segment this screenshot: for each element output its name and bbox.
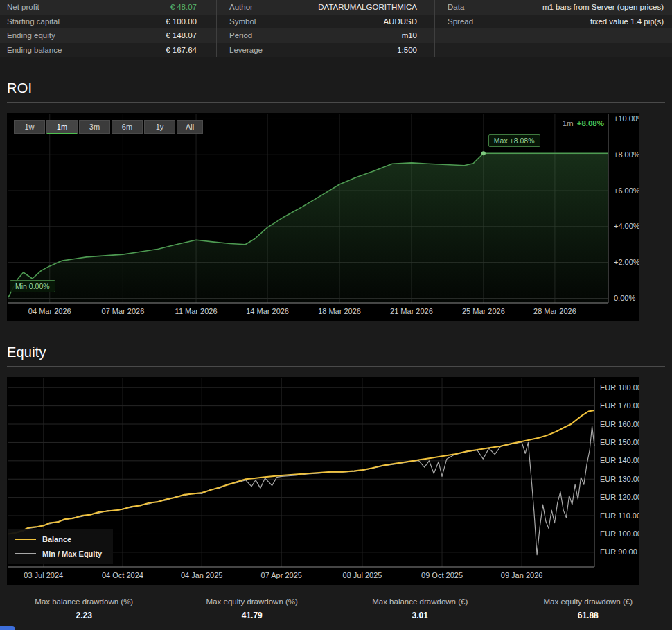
ending-equity-cell: Ending equity € 148.07 (0, 28, 216, 43)
y-axis-labels: EUR 180.00EUR 170.00EUR 160.00EUR 150.00… (600, 383, 639, 557)
spread-label: Spread (448, 17, 473, 26)
svg-text:11 Mar 2026: 11 Mar 2026 (175, 307, 218, 315)
svg-text:25 Mar 2026: 25 Mar 2026 (462, 307, 505, 315)
roi-section-title: ROI (7, 80, 665, 96)
svg-text:+2.00%: +2.00% (614, 258, 639, 266)
divider (7, 366, 665, 367)
svg-text:28 Mar 2026: 28 Mar 2026 (533, 307, 576, 315)
ending-balance-label: Ending balance (7, 46, 62, 54)
max-balance-dd-pct-label: Max balance drawdown (%) (0, 597, 168, 606)
starting-capital-label: Starting capital (7, 17, 60, 26)
svg-text:09 Oct 2025: 09 Oct 2025 (421, 571, 463, 579)
author-label: Author (229, 3, 253, 11)
drawdown-stats: Max balance drawdown (%) 2.23 Max equity… (0, 597, 672, 620)
y-axis-labels: +10.00%+8.00%+6.00%+4.00%+2.00%0.00% (614, 114, 639, 302)
data-source-label: Data (448, 3, 464, 11)
svg-text:03 Jul 2024: 03 Jul 2024 (24, 571, 63, 579)
svg-text:04 Jan 2025: 04 Jan 2025 (181, 571, 223, 579)
svg-text:EUR 140.00: EUR 140.00 (600, 456, 639, 464)
range-button-6m[interactable]: 6m (112, 120, 143, 134)
stats-row: Ending equity € 148.07 Period m10 (0, 28, 672, 43)
svg-text:EUR 100.00: EUR 100.00 (600, 530, 639, 538)
max-equity-dd-pct-value: 41.79 (168, 611, 337, 620)
range-button-1w[interactable]: 1w (14, 120, 45, 134)
svg-text:EUR 120.00: EUR 120.00 (600, 493, 639, 501)
roi-summary: 1m+8.08% (563, 119, 604, 128)
summary-stats: Net profit € 48.07 Author DATARUMALGORIT… (0, 0, 672, 57)
svg-text:18 Mar 2026: 18 Mar 2026 (318, 307, 361, 315)
svg-text:EUR 150.00: EUR 150.00 (600, 438, 639, 446)
svg-text:+10.00%: +10.00% (614, 114, 639, 123)
empty-cell (434, 43, 672, 58)
symbol-value: AUDUSD (383, 17, 417, 26)
svg-text:04 Oct 2024: 04 Oct 2024 (102, 571, 143, 579)
leverage-value: 1:500 (397, 46, 417, 54)
roi-max-annotation: Max +8.08% (488, 134, 540, 147)
svg-text:EUR 90.00: EUR 90.00 (600, 548, 637, 556)
range-button-all[interactable]: All (177, 120, 203, 134)
svg-text:EUR 160.00: EUR 160.00 (600, 420, 639, 428)
svg-text:07 Apr 2025: 07 Apr 2025 (261, 571, 302, 579)
balance-line-swatch (15, 539, 36, 540)
range-button-1y[interactable]: 1y (144, 120, 175, 134)
divider (7, 102, 665, 103)
max-balance-dd-pct: Max balance drawdown (%) 2.23 (0, 597, 168, 620)
max-balance-dd-eur: Max balance drawdown (€) 3.01 (336, 597, 504, 620)
stats-row: Net profit € 48.07 Author DATARUMALGORIT… (0, 0, 672, 15)
ending-balance-value: € 167.64 (166, 46, 197, 54)
chart-legend: Balance Min / Max Equity (8, 529, 113, 564)
roi-min-annotation: Min 0.00% (10, 280, 55, 292)
svg-text:21 Mar 2026: 21 Mar 2026 (390, 307, 433, 315)
roi-summary-value: +8.08% (577, 119, 604, 128)
starting-capital-value: € 100.00 (166, 17, 197, 26)
svg-text:14 Mar 2026: 14 Mar 2026 (246, 307, 289, 315)
starting-capital-cell: Starting capital € 100.00 (0, 15, 216, 29)
legend-minmax-label: Min / Max Equity (42, 550, 102, 558)
svg-text:09 Jan 2026: 09 Jan 2026 (501, 571, 543, 579)
partial-ui-fragment (0, 626, 15, 630)
period-cell: Period m10 (216, 28, 434, 43)
max-equity-dd-eur-value: 61.88 (504, 611, 672, 620)
roi-chart: +10.00%+8.00%+6.00%+4.00%+2.00%0.00%04 M… (7, 113, 639, 321)
spread-cell: Spread fixed value 1.4 pip(s) (434, 15, 672, 29)
roi-chart-canvas[interactable]: +10.00%+8.00%+6.00%+4.00%+2.00%0.00%04 M… (7, 113, 639, 321)
max-balance-dd-pct-value: 2.23 (0, 611, 168, 620)
max-equity-dd-eur-label: Max equity drawdown (€) (504, 597, 672, 606)
leverage-label: Leverage (229, 46, 263, 54)
svg-text:0.00%: 0.00% (614, 294, 635, 302)
svg-text:+6.00%: +6.00% (614, 186, 639, 195)
symbol-label: Symbol (229, 17, 256, 26)
equity-line-swatch (15, 553, 36, 554)
leverage-cell: Leverage 1:500 (216, 43, 434, 58)
net-profit-label: Net profit (7, 3, 39, 11)
stats-row: Ending balance € 167.64 Leverage 1:500 (0, 43, 672, 58)
max-equity-dd-pct-label: Max equity drawdown (%) (168, 597, 337, 606)
spread-value: fixed value 1.4 pip(s) (590, 17, 664, 26)
x-axis-labels: 03 Jul 202404 Oct 202404 Jan 202507 Apr … (24, 571, 542, 579)
period-value: m10 (402, 31, 417, 40)
max-point-dot (481, 151, 486, 155)
svg-text:+8.00%: +8.00% (614, 150, 639, 159)
range-button-1m[interactable]: 1m (46, 120, 78, 134)
legend-item-minmax-equity: Min / Max Equity (15, 550, 102, 558)
svg-text:07 Mar 2026: 07 Mar 2026 (102, 307, 145, 315)
ending-balance-cell: Ending balance € 167.64 (0, 43, 216, 58)
max-balance-dd-eur-label: Max balance drawdown (€) (336, 597, 504, 606)
svg-text:EUR 110.00: EUR 110.00 (600, 511, 639, 520)
svg-text:EUR 130.00: EUR 130.00 (600, 475, 639, 483)
net-profit-value: € 48.07 (170, 3, 197, 11)
roi-range-buttons: 1w 1m 3m 6m 1y All (14, 120, 203, 134)
ending-equity-value: € 148.07 (166, 31, 197, 40)
ending-equity-label: Ending equity (7, 31, 55, 40)
author-value: DATARUMALGORITHMICA (318, 3, 417, 11)
empty-cell (434, 28, 672, 43)
data-source-cell: Data m1 bars from Server (open prices) (434, 0, 672, 15)
range-button-3m[interactable]: 3m (79, 120, 110, 134)
symbol-cell: Symbol AUDUSD (216, 15, 434, 29)
svg-text:+4.00%: +4.00% (614, 222, 639, 230)
svg-text:04 Mar 2026: 04 Mar 2026 (28, 307, 71, 315)
svg-text:EUR 170.00: EUR 170.00 (600, 401, 639, 410)
period-label: Period (229, 31, 252, 40)
author-cell: Author DATARUMALGORITHMICA (216, 0, 434, 15)
max-equity-dd-eur: Max equity drawdown (€) 61.88 (504, 597, 672, 620)
